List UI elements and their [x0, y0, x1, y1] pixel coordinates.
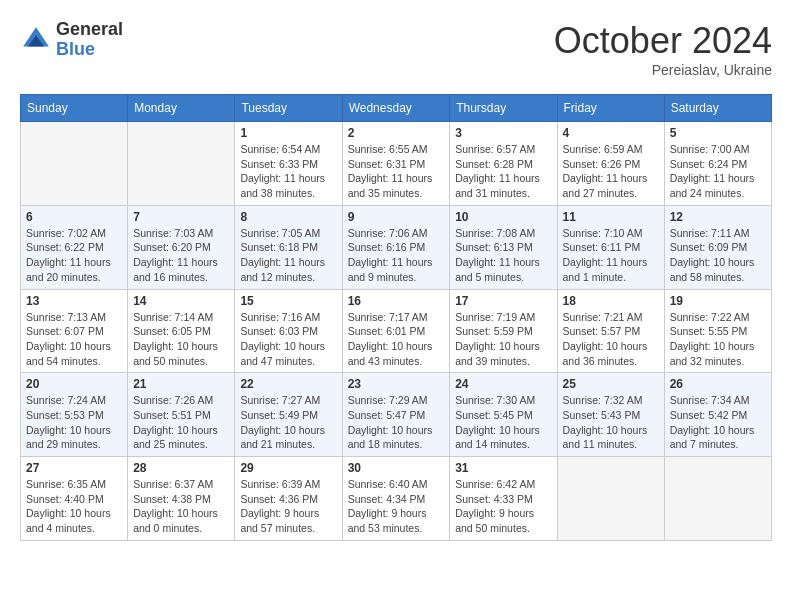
- col-friday: Friday: [557, 95, 664, 122]
- day-info: Sunrise: 7:05 AM Sunset: 6:18 PM Dayligh…: [240, 226, 336, 285]
- day-number: 2: [348, 126, 445, 140]
- table-row: 9Sunrise: 7:06 AM Sunset: 6:16 PM Daylig…: [342, 205, 450, 289]
- table-row: 30Sunrise: 6:40 AM Sunset: 4:34 PM Dayli…: [342, 457, 450, 541]
- table-row: [557, 457, 664, 541]
- day-number: 5: [670, 126, 766, 140]
- day-info: Sunrise: 6:42 AM Sunset: 4:33 PM Dayligh…: [455, 477, 551, 536]
- table-row: 23Sunrise: 7:29 AM Sunset: 5:47 PM Dayli…: [342, 373, 450, 457]
- day-info: Sunrise: 7:13 AM Sunset: 6:07 PM Dayligh…: [26, 310, 122, 369]
- day-info: Sunrise: 6:40 AM Sunset: 4:34 PM Dayligh…: [348, 477, 445, 536]
- location-subtitle: Pereiaslav, Ukraine: [554, 62, 772, 78]
- table-row: 22Sunrise: 7:27 AM Sunset: 5:49 PM Dayli…: [235, 373, 342, 457]
- table-row: 13Sunrise: 7:13 AM Sunset: 6:07 PM Dayli…: [21, 289, 128, 373]
- table-row: 10Sunrise: 7:08 AM Sunset: 6:13 PM Dayli…: [450, 205, 557, 289]
- day-info: Sunrise: 6:35 AM Sunset: 4:40 PM Dayligh…: [26, 477, 122, 536]
- table-row: [21, 122, 128, 206]
- calendar-week-row: 6Sunrise: 7:02 AM Sunset: 6:22 PM Daylig…: [21, 205, 772, 289]
- day-number: 11: [563, 210, 659, 224]
- table-row: 17Sunrise: 7:19 AM Sunset: 5:59 PM Dayli…: [450, 289, 557, 373]
- table-row: 5Sunrise: 7:00 AM Sunset: 6:24 PM Daylig…: [664, 122, 771, 206]
- day-info: Sunrise: 7:14 AM Sunset: 6:05 PM Dayligh…: [133, 310, 229, 369]
- table-row: 20Sunrise: 7:24 AM Sunset: 5:53 PM Dayli…: [21, 373, 128, 457]
- table-row: [664, 457, 771, 541]
- day-number: 23: [348, 377, 445, 391]
- day-number: 30: [348, 461, 445, 475]
- day-number: 29: [240, 461, 336, 475]
- logo-text: General Blue: [56, 20, 123, 60]
- table-row: 11Sunrise: 7:10 AM Sunset: 6:11 PM Dayli…: [557, 205, 664, 289]
- day-number: 20: [26, 377, 122, 391]
- day-number: 15: [240, 294, 336, 308]
- table-row: 1Sunrise: 6:54 AM Sunset: 6:33 PM Daylig…: [235, 122, 342, 206]
- day-info: Sunrise: 7:17 AM Sunset: 6:01 PM Dayligh…: [348, 310, 445, 369]
- day-info: Sunrise: 7:22 AM Sunset: 5:55 PM Dayligh…: [670, 310, 766, 369]
- table-row: 29Sunrise: 6:39 AM Sunset: 4:36 PM Dayli…: [235, 457, 342, 541]
- day-number: 12: [670, 210, 766, 224]
- day-info: Sunrise: 7:02 AM Sunset: 6:22 PM Dayligh…: [26, 226, 122, 285]
- table-row: 8Sunrise: 7:05 AM Sunset: 6:18 PM Daylig…: [235, 205, 342, 289]
- col-monday: Monday: [128, 95, 235, 122]
- day-info: Sunrise: 6:55 AM Sunset: 6:31 PM Dayligh…: [348, 142, 445, 201]
- col-saturday: Saturday: [664, 95, 771, 122]
- day-number: 31: [455, 461, 551, 475]
- table-row: 25Sunrise: 7:32 AM Sunset: 5:43 PM Dayli…: [557, 373, 664, 457]
- day-info: Sunrise: 7:29 AM Sunset: 5:47 PM Dayligh…: [348, 393, 445, 452]
- col-tuesday: Tuesday: [235, 95, 342, 122]
- day-number: 27: [26, 461, 122, 475]
- month-year-title: October 2024: [554, 20, 772, 62]
- day-info: Sunrise: 7:27 AM Sunset: 5:49 PM Dayligh…: [240, 393, 336, 452]
- day-number: 21: [133, 377, 229, 391]
- col-wednesday: Wednesday: [342, 95, 450, 122]
- day-info: Sunrise: 7:26 AM Sunset: 5:51 PM Dayligh…: [133, 393, 229, 452]
- day-info: Sunrise: 7:21 AM Sunset: 5:57 PM Dayligh…: [563, 310, 659, 369]
- day-number: 26: [670, 377, 766, 391]
- day-number: 18: [563, 294, 659, 308]
- calendar-week-row: 1Sunrise: 6:54 AM Sunset: 6:33 PM Daylig…: [21, 122, 772, 206]
- day-info: Sunrise: 6:39 AM Sunset: 4:36 PM Dayligh…: [240, 477, 336, 536]
- day-number: 4: [563, 126, 659, 140]
- table-row: 3Sunrise: 6:57 AM Sunset: 6:28 PM Daylig…: [450, 122, 557, 206]
- table-row: 31Sunrise: 6:42 AM Sunset: 4:33 PM Dayli…: [450, 457, 557, 541]
- day-number: 16: [348, 294, 445, 308]
- calendar-header-row: Sunday Monday Tuesday Wednesday Thursday…: [21, 95, 772, 122]
- day-info: Sunrise: 7:16 AM Sunset: 6:03 PM Dayligh…: [240, 310, 336, 369]
- day-info: Sunrise: 7:10 AM Sunset: 6:11 PM Dayligh…: [563, 226, 659, 285]
- logo: General Blue: [20, 20, 123, 60]
- table-row: 16Sunrise: 7:17 AM Sunset: 6:01 PM Dayli…: [342, 289, 450, 373]
- day-info: Sunrise: 7:08 AM Sunset: 6:13 PM Dayligh…: [455, 226, 551, 285]
- day-number: 13: [26, 294, 122, 308]
- day-info: Sunrise: 7:00 AM Sunset: 6:24 PM Dayligh…: [670, 142, 766, 201]
- table-row: 19Sunrise: 7:22 AM Sunset: 5:55 PM Dayli…: [664, 289, 771, 373]
- day-info: Sunrise: 6:54 AM Sunset: 6:33 PM Dayligh…: [240, 142, 336, 201]
- table-row: 28Sunrise: 6:37 AM Sunset: 4:38 PM Dayli…: [128, 457, 235, 541]
- table-row: 26Sunrise: 7:34 AM Sunset: 5:42 PM Dayli…: [664, 373, 771, 457]
- table-row: [128, 122, 235, 206]
- table-row: 18Sunrise: 7:21 AM Sunset: 5:57 PM Dayli…: [557, 289, 664, 373]
- table-row: 6Sunrise: 7:02 AM Sunset: 6:22 PM Daylig…: [21, 205, 128, 289]
- day-number: 19: [670, 294, 766, 308]
- page-header: General Blue October 2024 Pereiaslav, Uk…: [20, 20, 772, 78]
- day-number: 6: [26, 210, 122, 224]
- day-info: Sunrise: 7:24 AM Sunset: 5:53 PM Dayligh…: [26, 393, 122, 452]
- day-number: 3: [455, 126, 551, 140]
- table-row: 12Sunrise: 7:11 AM Sunset: 6:09 PM Dayli…: [664, 205, 771, 289]
- day-number: 24: [455, 377, 551, 391]
- day-info: Sunrise: 7:11 AM Sunset: 6:09 PM Dayligh…: [670, 226, 766, 285]
- day-info: Sunrise: 7:32 AM Sunset: 5:43 PM Dayligh…: [563, 393, 659, 452]
- day-number: 10: [455, 210, 551, 224]
- day-info: Sunrise: 7:03 AM Sunset: 6:20 PM Dayligh…: [133, 226, 229, 285]
- day-number: 8: [240, 210, 336, 224]
- table-row: 15Sunrise: 7:16 AM Sunset: 6:03 PM Dayli…: [235, 289, 342, 373]
- day-number: 17: [455, 294, 551, 308]
- day-info: Sunrise: 7:30 AM Sunset: 5:45 PM Dayligh…: [455, 393, 551, 452]
- day-info: Sunrise: 7:06 AM Sunset: 6:16 PM Dayligh…: [348, 226, 445, 285]
- calendar-week-row: 27Sunrise: 6:35 AM Sunset: 4:40 PM Dayli…: [21, 457, 772, 541]
- title-block: October 2024 Pereiaslav, Ukraine: [554, 20, 772, 78]
- logo-icon: [20, 24, 52, 56]
- table-row: 14Sunrise: 7:14 AM Sunset: 6:05 PM Dayli…: [128, 289, 235, 373]
- day-number: 7: [133, 210, 229, 224]
- day-info: Sunrise: 6:37 AM Sunset: 4:38 PM Dayligh…: [133, 477, 229, 536]
- day-number: 9: [348, 210, 445, 224]
- col-thursday: Thursday: [450, 95, 557, 122]
- table-row: 7Sunrise: 7:03 AM Sunset: 6:20 PM Daylig…: [128, 205, 235, 289]
